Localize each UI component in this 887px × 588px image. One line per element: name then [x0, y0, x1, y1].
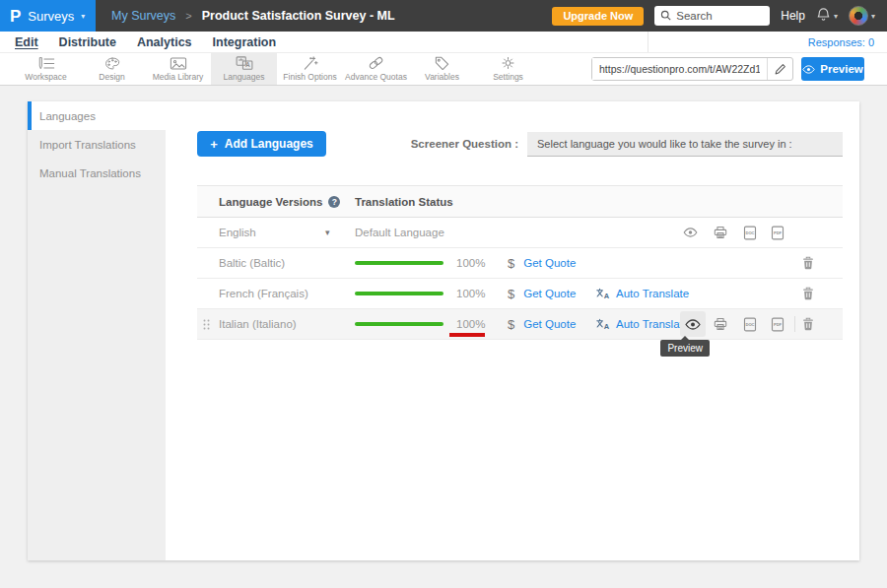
red-underline-annotation	[449, 333, 485, 337]
get-quote-link[interactable]: $ Get Quote	[508, 248, 576, 278]
add-languages-button[interactable]: + Add Languages	[197, 131, 326, 157]
sidebar-item-manual-translations[interactable]: Manual Translations	[28, 159, 166, 187]
toolbar-item-label: Finish Options	[283, 72, 336, 82]
get-quote-link[interactable]: $ Get Quote	[508, 309, 576, 339]
table-row-italian: Italian (Italiano) 100% $ Get Quote A Au…	[197, 309, 843, 340]
translate-icon: A	[236, 56, 253, 70]
add-languages-label: Add Languages	[225, 137, 313, 151]
preview-eye-icon[interactable]	[683, 218, 698, 247]
svg-text:A: A	[604, 292, 610, 299]
language-name-select[interactable]: English	[219, 218, 256, 247]
help-icon[interactable]: ?	[328, 196, 340, 208]
language-name: Italian (Italiano)	[219, 309, 297, 339]
edit-toolbar: Workspace Design Media Library A Languag…	[0, 53, 887, 86]
export-doc-icon[interactable]: DOC	[743, 218, 757, 247]
print-icon[interactable]	[714, 218, 727, 247]
app-window: P Surveys ▾ My Surveys > Product Satisfa…	[0, 0, 887, 588]
caret-down-icon: ▾	[81, 12, 85, 21]
toolbar-item-variables[interactable]: Variables	[409, 53, 475, 85]
auto-translate-link[interactable]: A Auto Translate	[596, 279, 689, 308]
auto-translate-label: Auto Translate	[616, 288, 689, 299]
toolbar-item-design[interactable]: Design	[79, 53, 145, 85]
plus-icon: +	[210, 137, 218, 152]
toolbar-item-label: Media Library	[153, 72, 204, 82]
dollar-icon: $	[508, 256, 514, 271]
edit-url-button[interactable]	[767, 58, 792, 80]
languages-main: + Add Languages Screener Question : Sele…	[166, 101, 859, 560]
toolbar-item-settings[interactable]: Settings	[475, 53, 541, 85]
bell-icon	[816, 7, 831, 26]
toolbar-item-finish-options[interactable]: Finish Options	[277, 53, 343, 85]
export-doc-icon[interactable]: DOC	[743, 309, 757, 339]
delete-language-icon[interactable]	[802, 279, 814, 308]
survey-url-box	[591, 57, 793, 81]
col-language-versions: Language Versions	[219, 196, 322, 208]
product-menu[interactable]: P Surveys ▾	[0, 0, 96, 32]
upgrade-now-button[interactable]: Upgrade Now	[552, 7, 644, 26]
get-quote-label: Get Quote	[523, 288, 576, 299]
top-navbar: P Surveys ▾ My Surveys > Product Satisfa…	[0, 0, 887, 32]
translation-progress-value: 100%	[456, 248, 485, 278]
caret-down-icon[interactable]: ▾	[325, 218, 330, 247]
survey-url-input[interactable]	[592, 58, 767, 80]
drag-handle[interactable]	[203, 309, 210, 339]
image-icon	[170, 57, 187, 70]
translation-progress-bar	[355, 261, 444, 265]
sidebar-item-import-translations[interactable]: Import Translations	[28, 130, 166, 159]
preview-tooltip: Preview	[660, 340, 710, 357]
print-icon[interactable]	[714, 309, 727, 339]
tag-icon	[435, 56, 449, 70]
translation-progress-bar	[355, 292, 444, 295]
tab-analytics[interactable]: Analytics	[137, 35, 192, 49]
delete-language-icon[interactable]	[802, 248, 814, 278]
svg-text:A: A	[604, 322, 610, 330]
magic-wand-icon	[303, 56, 318, 70]
svg-text:DOC: DOC	[745, 322, 754, 327]
help-link[interactable]: Help	[781, 9, 805, 23]
sidebar-item-languages[interactable]: Languages	[28, 101, 166, 130]
table-row-french: French (Français) 100% $ Get Quote A Aut…	[197, 279, 843, 309]
global-search[interactable]	[654, 6, 770, 26]
toolbar-item-label: Variables	[425, 72, 459, 82]
chain-links-icon	[368, 56, 384, 70]
get-quote-label: Get Quote	[523, 257, 576, 269]
delete-language-icon[interactable]	[802, 309, 814, 339]
screener-question-select[interactable]: Select language you would like to take t…	[527, 132, 843, 157]
table-row-english: English ▾ Default Language DOC	[197, 218, 843, 248]
svg-text:PDF: PDF	[774, 230, 783, 235]
toolbar-item-languages[interactable]: A Languages	[211, 53, 277, 85]
svg-text:A: A	[245, 61, 250, 68]
export-pdf-icon[interactable]: PDF	[771, 218, 785, 247]
search-input[interactable]	[676, 10, 764, 22]
tab-edit[interactable]: Edit	[15, 35, 38, 49]
toolbar-item-advance-quotas[interactable]: Advance Quotas	[343, 53, 409, 85]
screener-question-label: Screener Question :	[411, 138, 518, 150]
toolbar-item-media-library[interactable]: Media Library	[145, 53, 211, 85]
export-pdf-icon[interactable]: PDF	[771, 309, 785, 339]
get-quote-link[interactable]: $ Get Quote	[508, 279, 576, 308]
workspace-icon	[37, 57, 55, 70]
svg-text:DOC: DOC	[745, 230, 754, 235]
svg-text:PDF: PDF	[774, 322, 783, 327]
toolbar-item-label: Settings	[493, 72, 523, 82]
account-menu[interactable]: ▾	[849, 6, 875, 26]
preview-eye-button-hovered[interactable]	[680, 311, 706, 337]
eye-icon	[802, 65, 815, 74]
page-content: Languages Import Translations Manual Tra…	[0, 86, 887, 588]
tab-integration[interactable]: Integration	[213, 35, 277, 49]
responses-count[interactable]: Responses: 0	[648, 32, 887, 52]
screener-question-group: Screener Question : Select language you …	[411, 132, 843, 157]
dollar-icon: $	[508, 287, 514, 301]
action-row: + Add Languages Screener Question : Sele…	[197, 131, 843, 157]
page-title: Product Satisfaction Survey - ML	[202, 9, 395, 23]
settings-sidebar: Languages Import Translations Manual Tra…	[28, 101, 166, 560]
preview-button[interactable]: Preview	[801, 57, 864, 81]
dollar-icon: $	[508, 317, 514, 332]
col-translation-status: Translation Status	[355, 196, 453, 208]
notifications-button[interactable]: ▾	[816, 7, 838, 26]
toolbar-item-workspace[interactable]: Workspace	[13, 53, 79, 85]
auto-translate-link[interactable]: A Auto Translate	[596, 309, 689, 339]
tab-distribute[interactable]: Distribute	[59, 35, 116, 49]
pencil-icon	[775, 63, 786, 75]
breadcrumb-my-surveys[interactable]: My Surveys	[111, 9, 175, 23]
